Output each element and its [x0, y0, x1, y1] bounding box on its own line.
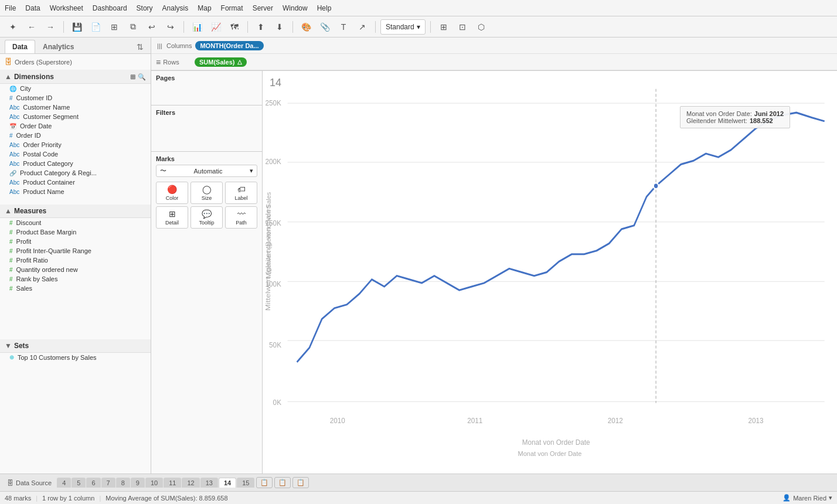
marks-detail-button[interactable]: ⊞ Detail [156, 206, 188, 229]
tab-15[interactable]: 15 [237, 478, 254, 488]
marks-type-dropdown[interactable]: 〜 Automatic ▾ [156, 165, 257, 177]
field-top10-customers[interactable]: ⊕ Top 10 Customers by Sales [0, 353, 151, 362]
user-icon: 👤 [782, 494, 791, 502]
forward-button[interactable]: → [42, 19, 59, 35]
new-sheet-icon-2[interactable]: 📋 [274, 477, 291, 488]
menu-story[interactable]: Story [137, 4, 153, 12]
bar-chart-button[interactable]: 📊 [189, 19, 205, 35]
viz-canvas: 14 Monat von Order Date: Juni 2012 Gleit… [263, 71, 837, 474]
detail-icon: ⊞ [169, 209, 176, 219]
marks-size-button[interactable]: ◯ Size [190, 182, 223, 204]
menu-window[interactable]: Window [283, 4, 308, 12]
tab-6[interactable]: 6 [86, 478, 100, 488]
marks-label-button[interactable]: 🏷 Label [225, 182, 257, 204]
sets-collapse[interactable]: ▼ [5, 342, 12, 350]
tab-analytics[interactable]: Analytics [35, 40, 81, 53]
new-sheet-icon-3[interactable]: 📋 [292, 477, 309, 488]
dimensions-search-icon[interactable]: 🔍 [138, 73, 146, 81]
field-product-base-margin[interactable]: # Product Base Margin [0, 227, 151, 237]
field-product-name[interactable]: Abc Product Name [0, 187, 151, 196]
dimensions-collapse[interactable]: ▲ [5, 73, 12, 81]
field-profit[interactable]: # Profit [0, 237, 151, 246]
marks-color-button[interactable]: 🔴 Color [156, 182, 188, 204]
tooltip-icon: 💬 [202, 209, 212, 219]
menu-analysis[interactable]: Analysis [162, 4, 189, 12]
field-order-priority[interactable]: Abc Order Priority [0, 140, 151, 149]
map-chart-button[interactable]: 🗺 [226, 19, 243, 35]
menu-format[interactable]: Format [221, 4, 243, 12]
tab-5[interactable]: 5 [72, 478, 86, 488]
tab-12[interactable]: 12 [182, 478, 199, 488]
tab-11[interactable]: 11 [164, 478, 181, 488]
username: Maren Ried [793, 495, 826, 502]
tab-9[interactable]: 9 [131, 478, 145, 488]
user-dropdown-arrow[interactable]: ▾ [829, 494, 832, 502]
new-datasource-button[interactable]: 📄 [87, 19, 104, 35]
svg-text:2013: 2013 [748, 416, 763, 425]
sort-desc-button[interactable]: ⬇ [271, 19, 288, 35]
new-sheet-icon-1[interactable]: 📋 [256, 477, 273, 488]
field-customer-segment[interactable]: Abc Customer Segment [0, 112, 151, 121]
panel-options-button[interactable]: ⇅ [134, 41, 146, 53]
share-button[interactable]: ⬡ [473, 19, 489, 35]
duplicate-button[interactable]: ⧉ [125, 19, 141, 35]
menu-map[interactable]: Map [198, 4, 211, 12]
save-button[interactable]: 💾 [69, 19, 85, 35]
size-circle-icon: ◯ [202, 185, 212, 194]
menu-worksheet[interactable]: Worksheet [50, 4, 83, 12]
hash-icon-10: # [9, 285, 13, 292]
field-product-category-regi[interactable]: 🔗 Product Category & Regi... [0, 168, 151, 178]
home-button[interactable]: ✦ [5, 19, 21, 35]
menu-help[interactable]: Help [317, 4, 332, 12]
tab-8[interactable]: 8 [116, 478, 130, 488]
field-product-category[interactable]: Abc Product Category [0, 159, 151, 168]
new-worksheet-button[interactable]: ⊞ [106, 19, 123, 35]
line-chart-button[interactable]: 📈 [207, 19, 224, 35]
field-discount[interactable]: # Discount [0, 218, 151, 227]
undo-button[interactable]: ↩ [144, 19, 160, 35]
field-city[interactable]: 🌐 City [0, 84, 151, 93]
fit-button[interactable]: ⊡ [454, 19, 471, 35]
sets-list: ⊕ Top 10 Customers by Sales [0, 353, 151, 474]
marks-path-button[interactable]: 〰 Path [225, 206, 257, 229]
tab-14[interactable]: 14 [219, 478, 236, 488]
datasource-tab[interactable]: 🗄 Data Source [2, 478, 56, 488]
field-profit-iqr[interactable]: # Profit Inter-Quartile Range [0, 246, 151, 256]
tab-4[interactable]: 4 [57, 478, 71, 488]
rows-pill[interactable]: SUM(Sales) △ [195, 57, 247, 67]
field-product-container[interactable]: Abc Product Container [0, 178, 151, 187]
hash-icon-8: # [9, 267, 13, 273]
tab-data[interactable]: Data [5, 40, 35, 53]
field-postal-code[interactable]: Abc Postal Code [0, 149, 151, 159]
field-qty-ordered[interactable]: # Quantity ordered new [0, 265, 151, 274]
field-customer-id[interactable]: # Customer ID [0, 93, 151, 103]
marks-tooltip-button[interactable]: 💬 Tooltip [190, 206, 223, 229]
standard-dropdown[interactable]: Standard ▾ [380, 19, 426, 35]
tooltip-avg-value: 188.552 [750, 117, 773, 124]
columns-pill[interactable]: MONTH(Order Da... [195, 41, 263, 50]
dimensions-grid-icon[interactable]: ⊞ [130, 73, 135, 81]
tab-10[interactable]: 10 [145, 478, 163, 488]
field-order-id[interactable]: # Order ID [0, 131, 151, 140]
menu-server[interactable]: Server [253, 4, 273, 12]
back-button[interactable]: ← [23, 19, 40, 35]
sort-asc-button[interactable]: ⬆ [253, 19, 269, 35]
color-button[interactable]: 🎨 [298, 19, 314, 35]
redo-button[interactable]: ↪ [162, 19, 179, 35]
field-sales[interactable]: # Sales [0, 284, 151, 293]
menu-file[interactable]: File [5, 4, 16, 12]
tab-7[interactable]: 7 [101, 478, 115, 488]
annotation-button[interactable]: 📎 [317, 19, 333, 35]
field-rank-by-sales[interactable]: # Rank by Sales [0, 274, 151, 284]
field-order-date[interactable]: 📅 Order Date [0, 121, 151, 131]
field-profit-ratio[interactable]: # Profit Ratio [0, 256, 151, 265]
menu-data[interactable]: Data [25, 4, 40, 12]
field-customer-name[interactable]: Abc Customer Name [0, 103, 151, 112]
grid-view-button[interactable]: ⊞ [435, 19, 452, 35]
rows-label: ≡ Rows [156, 57, 191, 67]
text-button[interactable]: T [335, 19, 352, 35]
measures-collapse[interactable]: ▲ [5, 207, 12, 215]
menu-dashboard[interactable]: Dashboard [93, 4, 127, 12]
pointer-button[interactable]: ↗ [354, 19, 370, 35]
tab-13[interactable]: 13 [200, 478, 218, 488]
